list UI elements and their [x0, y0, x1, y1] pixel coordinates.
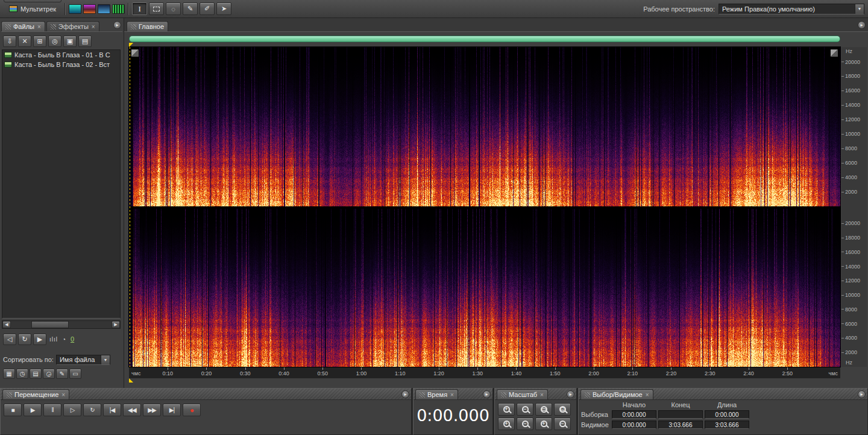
selection-value-cell[interactable]: 0:00.000	[705, 410, 749, 419]
spectral-pan-view-button[interactable]	[98, 4, 110, 14]
zoom-panel-menu-button[interactable]: ▸	[567, 390, 574, 398]
frequency-ruler[interactable]: Hz20000180001600014000120001000080006000…	[841, 47, 867, 367]
scroll-right-button[interactable]: ▶	[112, 321, 120, 328]
lasso-selection-tool-button[interactable]: ◌	[166, 2, 181, 15]
spectral-display[interactable]	[129, 47, 840, 367]
zoom-in-vertically-button[interactable]: +	[498, 418, 515, 430]
spectral-left-handle[interactable]	[131, 49, 139, 57]
advanced-options-toggle-button[interactable]: ▤	[78, 36, 92, 47]
tick-mark	[284, 367, 285, 370]
tab-effects[interactable]: Эффекты ×	[46, 21, 99, 31]
file-item[interactable]: Каста - Быль В Глаза - 01 - В С	[2, 50, 120, 60]
file-list-horizontal-scrollbar[interactable]: ◀ ▶	[2, 320, 121, 329]
freq-tick: 2000	[841, 189, 857, 195]
close-icon[interactable]: ×	[92, 24, 95, 30]
import-file-button[interactable]: ⇩	[3, 36, 16, 47]
workspace-dropdown[interactable]: Режим Правка(по умолчанию) ▼	[719, 4, 864, 14]
file-list[interactable]: Каста - Быль В Глаза - 01 - В СКаста - Б…	[2, 49, 121, 319]
zoom-full-button[interactable]: ⊡	[554, 403, 571, 416]
waveform-view-button[interactable]	[69, 4, 81, 14]
toolbar-separator	[64, 3, 66, 15]
zoom-out-horizontally-button[interactable]: −	[554, 418, 571, 430]
transport-stop-button[interactable]: ■	[4, 404, 22, 416]
transport-panel-menu-button[interactable]: ▸	[401, 390, 409, 398]
transport-go-to-end-button[interactable]: ▶|	[163, 404, 181, 416]
scrollbar-thumb[interactable]	[31, 321, 69, 328]
transport-play-from-cursor-button[interactable]: ▷	[63, 404, 81, 416]
playhead-bottom-marker[interactable]	[129, 378, 133, 383]
transport-panel-tab[interactable]: Перемещение ×	[2, 389, 69, 399]
horizontal-zoom-scrollbar[interactable]	[129, 36, 840, 42]
zoom-to-selection-button[interactable]: ▭	[535, 403, 552, 416]
spectral-frequency-view-button[interactable]	[83, 4, 96, 14]
spectral-phase-view-button[interactable]	[112, 4, 125, 14]
show-loop-files-button[interactable]: ◷	[16, 369, 28, 379]
show-video-files-button[interactable]: ▤	[30, 369, 42, 379]
preview-volume-value[interactable]: 0	[71, 335, 74, 343]
playhead-top-marker[interactable]	[129, 43, 133, 47]
zoom-in-button[interactable]: +	[498, 403, 515, 416]
edit-file-button[interactable]: ▣	[63, 36, 77, 47]
close-icon[interactable]: ×	[37, 24, 41, 30]
transport-fast-forward-button[interactable]: ▶▶	[143, 404, 161, 416]
transport-rewind-button[interactable]: ◀◀	[123, 404, 141, 416]
marquee-selection-tool-button[interactable]	[149, 2, 164, 15]
scrub-tool-button[interactable]: ➤	[216, 2, 231, 15]
zoom-out-button[interactable]: −	[517, 403, 533, 416]
insert-into-cd-list-button[interactable]: ◎	[48, 36, 61, 47]
playhead-cursor[interactable]	[130, 47, 130, 367]
scrollbar-track[interactable]	[11, 321, 112, 328]
selection-value-cell[interactable]: 0:00.000	[612, 421, 656, 429]
play-file-button[interactable]: ▶	[33, 334, 46, 345]
close-file-button[interactable]: ✕	[18, 36, 31, 47]
effects-paintbrush-tool-button[interactable]: ✎	[183, 2, 198, 15]
spot-healing-brush-tool-button[interactable]: ✐	[200, 2, 215, 15]
selection-value-cell[interactable]	[658, 410, 703, 419]
file-item[interactable]: Каста - Быль В Глаза - 02 - Вст	[2, 60, 120, 69]
selection-panel-tab[interactable]: Выбор/Видимое ×	[580, 389, 653, 399]
time-panel-menu-button[interactable]: ▸	[483, 390, 491, 398]
scroll-left-button[interactable]: ◀	[2, 321, 11, 328]
workspace-tab-edit[interactable]: Правка	[4, 0, 61, 2]
auto-play-toggle-button[interactable]: ◁	[3, 334, 16, 345]
selection-value-cell[interactable]: 3:03.666	[705, 421, 749, 429]
volume-dial-icon[interactable]: ◔	[62, 336, 66, 343]
spectrogram-right-channel[interactable]	[129, 209, 840, 367]
show-audio-files-button[interactable]: ▦	[3, 369, 15, 379]
main-panel-menu-button[interactable]: ▸	[858, 21, 866, 29]
zoom-out-vertically-button[interactable]: −	[517, 418, 533, 430]
zoom-in-horizontally-button[interactable]: +	[535, 418, 552, 430]
tab-files[interactable]: Файлы ×	[1, 21, 45, 31]
show-markers-button[interactable]: ✎	[56, 369, 68, 379]
timeline-ruler[interactable]: чмсчмс0:100:200:300:400:501:001:101:201:…	[129, 367, 840, 378]
transport-pause-button[interactable]: ‖	[43, 404, 61, 416]
spectrogram-left-channel[interactable]	[129, 47, 840, 206]
tab-main[interactable]: Главное	[127, 21, 168, 31]
selection-panel-menu-button[interactable]: ▸	[858, 390, 866, 398]
loop-play-toggle-button[interactable]: ↻	[18, 334, 31, 345]
time-selection-tool-button[interactable]: I	[132, 2, 147, 15]
time-panel-tab[interactable]: Время ×	[415, 389, 458, 399]
close-icon[interactable]: ×	[540, 392, 544, 398]
show-cd-list-button[interactable]: ▭	[69, 369, 81, 379]
insert-into-multitrack-button[interactable]: ⊞	[33, 36, 46, 47]
show-session-files-button[interactable]: ◶	[43, 369, 55, 379]
close-icon[interactable]: ×	[450, 392, 454, 398]
dropdown-arrow-icon[interactable]: ▼	[101, 355, 110, 364]
zoom-panel-tab[interactable]: Масштаб ×	[497, 389, 548, 399]
sort-dropdown[interactable]: Имя файла ▼	[56, 355, 110, 365]
close-icon[interactable]: ×	[61, 392, 65, 398]
workspace-tab-multitrack[interactable]: Мультитрек	[4, 2, 61, 16]
dropdown-arrow-icon[interactable]: ▼	[855, 4, 864, 14]
transport-play-button[interactable]: ▶	[24, 404, 42, 416]
selection-value-cell[interactable]: 3:03.666	[658, 421, 703, 429]
files-panel-menu-button[interactable]: ▸	[113, 21, 121, 29]
selection-value-cell[interactable]: 0:00.000	[612, 410, 656, 419]
transport-record-button[interactable]: ●	[183, 404, 201, 416]
transport-go-to-beginning-button[interactable]: |◀	[103, 404, 121, 416]
close-icon[interactable]: ×	[646, 392, 649, 398]
spectral-right-handle[interactable]	[831, 49, 838, 57]
transport-play-looped-button[interactable]: ↻	[83, 404, 101, 416]
freq-tick: 6000	[841, 160, 857, 166]
tick-mark	[841, 281, 844, 281]
